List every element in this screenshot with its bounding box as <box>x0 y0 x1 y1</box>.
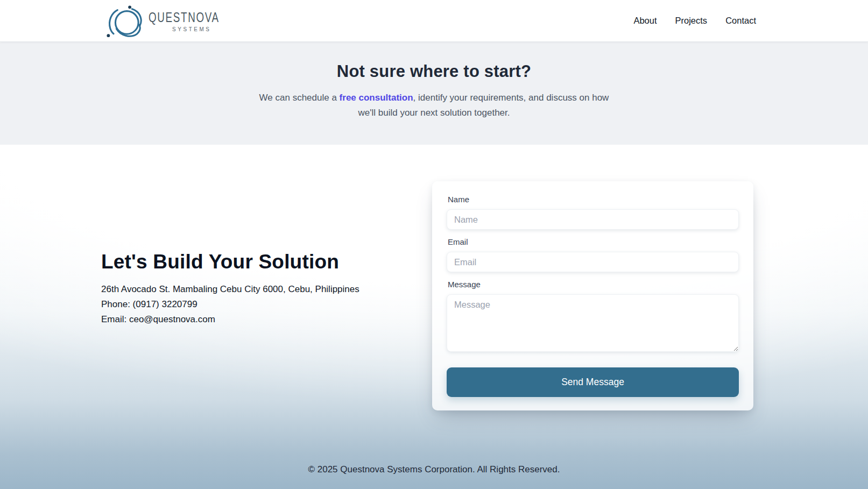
email-input[interactable] <box>447 252 739 272</box>
email-label: Email <box>448 237 739 246</box>
contact-info-block: Let's Build Your Solution 26th Avocado S… <box>101 251 403 341</box>
contact-phone: Phone: (0917) 3220799 <box>101 297 403 312</box>
hero-subtitle-post: , identify your requirements, and discus… <box>413 93 609 103</box>
hero-title: Not sure where to start? <box>0 62 868 81</box>
message-textarea[interactable] <box>447 294 739 352</box>
name-label: Name <box>448 195 739 204</box>
hero-subtitle: We can schedule a free consultation, ide… <box>0 90 868 120</box>
name-input[interactable] <box>447 209 739 230</box>
footer: © 2025 Questnova Systems Corporation. Al… <box>0 464 868 489</box>
nav-link-contact[interactable]: Contact <box>725 16 756 26</box>
contact-email: Email: ceo@questnova.com <box>101 312 403 327</box>
page: QUESTNOVA SYSTEMS About Projects Contact… <box>0 0 868 489</box>
contact-heading: Let's Build Your Solution <box>101 251 403 273</box>
logo-q-icon <box>101 4 145 38</box>
main-nav: About Projects Contact <box>633 16 756 26</box>
contact-address: 26th Avocado St. Mambaling Cebu City 600… <box>101 282 403 297</box>
contact-area: Let's Build Your Solution 26th Avocado S… <box>0 145 868 489</box>
copyright-text: © 2025 Questnova Systems Corporation. Al… <box>308 464 560 474</box>
hero-subtitle-pre: We can schedule a <box>259 93 340 103</box>
free-consultation-link[interactable]: free consultation <box>340 93 413 103</box>
brand-name: QUESTNOVA <box>149 9 220 25</box>
logo[interactable]: QUESTNOVA SYSTEMS <box>101 4 235 38</box>
brand-subtitle: SYSTEMS <box>172 26 211 32</box>
message-label: Message <box>448 280 739 289</box>
send-message-button[interactable]: Send Message <box>447 367 739 397</box>
hero-section: Not sure where to start? We can schedule… <box>0 42 868 145</box>
nav-link-about[interactable]: About <box>633 16 657 26</box>
nav-link-projects[interactable]: Projects <box>675 16 708 26</box>
contact-form-card: Name Email Message Send Message <box>432 181 753 410</box>
hero-subtitle-line2: we'll build your next solution together. <box>358 108 510 118</box>
site-header: QUESTNOVA SYSTEMS About Projects Contact <box>0 0 868 42</box>
logo-wordmark: QUESTNOVA SYSTEMS <box>149 10 235 32</box>
